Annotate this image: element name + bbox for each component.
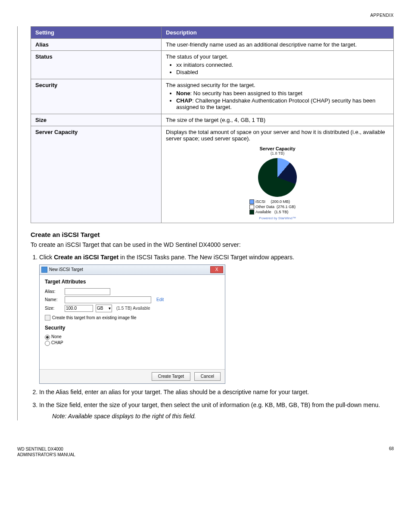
legend-iscsi: iSCSI (200.0 MB) (249, 199, 310, 204)
size-input[interactable]: 100.0 (65, 305, 93, 312)
section-intro: To create an iSCSI Target that can be us… (31, 241, 394, 249)
alias-label: Alias: (45, 289, 62, 295)
capacity-chart: Server Capacity (1.8 TB) iSCSI (200.0 MB… (245, 146, 310, 220)
unit-text: GB (97, 305, 103, 311)
radio-none-row[interactable]: None (45, 334, 220, 340)
edit-link[interactable]: Edit (156, 297, 164, 303)
swatch-other-icon (249, 205, 254, 209)
dialog-titlebar: New iSCSI Target X (40, 265, 225, 275)
chevron-down-icon: ▾ (109, 305, 111, 311)
header-appendix: APPENDIX (17, 13, 394, 18)
step-3: In the Size field, enter the size of you… (39, 401, 394, 420)
main-content: Setting Description Alias The user-frien… (17, 26, 394, 420)
security-none-bold: None (176, 90, 190, 96)
settings-table: Setting Description Alias The user-frien… (31, 26, 394, 223)
radio-none[interactable] (45, 335, 50, 340)
capacity-desc-text: Displays the total amount of space on yo… (166, 129, 385, 142)
status-desc-text: The status of your target. (166, 53, 228, 60)
radio-chap-row[interactable]: CHAP (45, 340, 220, 346)
status-bullet-2: Disabled (176, 69, 389, 75)
legend-other: Other Data (276.1 GB) (249, 205, 310, 209)
step1-b: in the ISCSI Tasks pane. The New iSCSI T… (118, 254, 294, 261)
security-chap-bold: CHAP (176, 97, 192, 104)
radio-chap-label: CHAP (51, 340, 63, 345)
row-alias-desc: The user-friendly name used as an additi… (162, 39, 394, 51)
security-desc-text: The assigned security for the target. (166, 82, 255, 88)
row-security-label: Security (31, 79, 162, 114)
new-iscsi-dialog: New iSCSI Target X Target Attributes Ali… (39, 264, 225, 384)
security-none-rest: : No security has been assigned to this … (190, 90, 302, 96)
existing-image-label: Create this target from an existing imag… (52, 315, 137, 321)
legend-iscsi-val: (200.0 MB) (271, 199, 290, 204)
security-chap-rest: : Challenge Handshake Authentication Pro… (176, 97, 375, 110)
step-2: In the Alias field, enter an alias for y… (39, 388, 394, 397)
size-label: Size: (45, 305, 62, 311)
cancel-button[interactable]: Cancel (194, 372, 221, 381)
row-status-label: Status (31, 51, 162, 79)
pie-chart-icon (258, 158, 297, 197)
step1-bold: Create an iSCSI Target (54, 254, 118, 261)
swatch-iscsi-icon (249, 199, 254, 204)
name-label: Name: (45, 297, 62, 303)
legend-avail-val: (1.5 TB) (274, 210, 288, 214)
dialog-app-icon (41, 267, 47, 273)
name-input[interactable] (65, 296, 151, 303)
step1-a: Click (39, 254, 54, 261)
close-button[interactable]: X (210, 266, 223, 273)
page-number: 68 (389, 446, 394, 457)
legend-iscsi-label: iSCSI (255, 199, 265, 204)
footer-product: WD SENTINEL DX4000 (17, 446, 75, 452)
status-bullet-1: xx initiators connected. (176, 62, 389, 68)
steps-list: Click Create an iSCSI Target in the ISCS… (31, 253, 394, 420)
security-bullet-chap: CHAP: Challenge Handshake Authentication… (176, 97, 389, 110)
legend-avail: Available (1.5 TB) (249, 210, 310, 215)
unit-select[interactable]: GB▾ (96, 305, 112, 312)
row-capacity-label: Server Capacity (31, 126, 162, 223)
security-bullet-none: None: No security has been assigned to t… (176, 90, 389, 96)
powered-by: Powered by StarWind™ (245, 216, 310, 220)
legend-other-label: Other Data (255, 205, 274, 209)
legend-avail-label: Available (255, 210, 271, 214)
existing-image-checkbox[interactable] (45, 315, 50, 320)
note: Note: Available space displays to the ri… (52, 412, 394, 421)
section-title: Create an iSCSI Target (31, 231, 394, 238)
row-status-desc: The status of your target. xx initiators… (162, 51, 394, 79)
dialog-title-text: New iSCSI Target (49, 267, 83, 273)
row-size-desc: The size of the target (e.g., 4, GB, 1 T… (162, 114, 394, 126)
row-capacity-desc: Displays the total amount of space on yo… (162, 126, 394, 223)
radio-none-label: None (51, 334, 62, 339)
target-attributes-title: Target Attributes (45, 278, 220, 286)
security-title: Security (45, 324, 220, 332)
radio-chap[interactable] (45, 341, 50, 346)
alias-input[interactable] (65, 288, 110, 295)
capacity-chart-title: Server Capacity (245, 146, 310, 151)
col-setting: Setting (31, 27, 162, 39)
row-alias-label: Alias (31, 39, 162, 51)
col-description: Description (162, 27, 394, 39)
size-available: (1.5 TB) Available (116, 305, 150, 311)
swatch-avail-icon (249, 210, 254, 215)
create-target-button[interactable]: Create Target (152, 372, 190, 381)
note-text: Available space displays to the right of… (66, 413, 196, 420)
legend-other-val: (276.1 GB) (277, 205, 296, 209)
row-security-desc: The assigned security for the target. No… (162, 79, 394, 114)
step-1: Click Create an iSCSI Target in the ISCS… (39, 253, 394, 384)
step3-text: In the Size field, enter the size of you… (39, 401, 380, 408)
footer-manual: ADMINISTRATOR'S MANUAL (17, 452, 75, 457)
note-label: Note: (52, 413, 66, 420)
row-size-label: Size (31, 114, 162, 126)
capacity-chart-sub: (1.8 TB) (245, 151, 310, 156)
page-footer: WD SENTINEL DX4000 ADMINISTRATOR'S MANUA… (17, 446, 394, 457)
